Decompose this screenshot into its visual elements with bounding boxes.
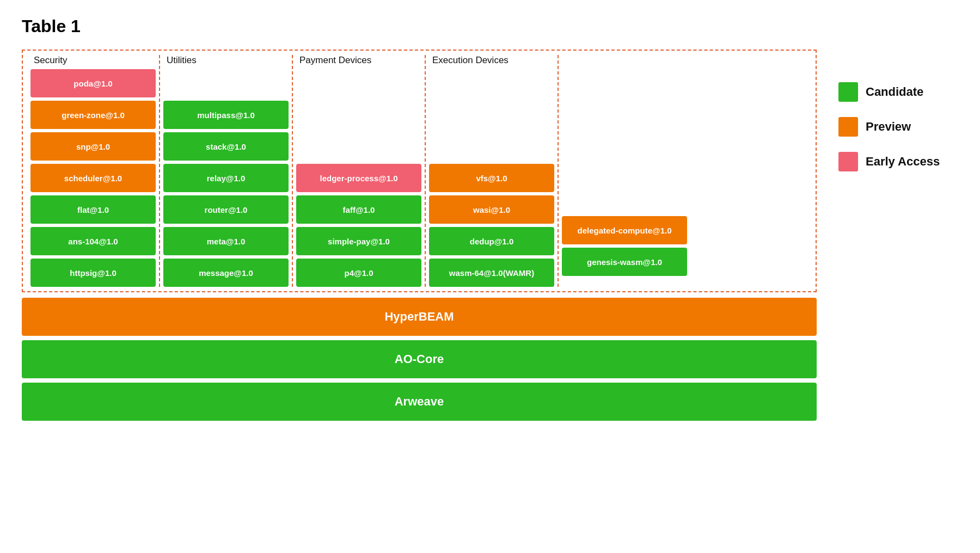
cell-genesis-wasm: genesis-wasm@1.0	[562, 248, 687, 276]
cell-simple-pay: simple-pay@1.0	[296, 227, 421, 255]
arweave-bar: Arweave	[22, 383, 817, 421]
cell-delegated-compute: delegated-compute@1.0	[562, 216, 687, 244]
cell-exec-empty1	[429, 69, 554, 97]
legend-early-access: Early Access	[838, 152, 958, 171]
cell-httpsig: httpsig@1.0	[30, 259, 156, 287]
candidate-label: Candidate	[866, 85, 923, 99]
cell-wasm64: wasm-64@1.0(WAMR)	[429, 259, 554, 287]
candidate-swatch	[838, 82, 858, 102]
cell-extra-empty3	[562, 121, 687, 150]
cell-flat: flat@1.0	[30, 195, 156, 224]
main-layout: Security poda@1.0 green-zone@1.0 snp@1.0…	[22, 50, 958, 421]
cell-stack: stack@1.0	[163, 132, 289, 161]
cell-exec-empty3	[429, 132, 554, 161]
preview-swatch	[838, 117, 858, 137]
col-header-utilities: Utilities	[163, 55, 289, 66]
col-extra: delegated-compute@1.0 genesis-wasm@1.0	[559, 55, 690, 287]
cell-dedup: dedup@1.0	[429, 227, 554, 255]
page-title: Table 1	[22, 16, 958, 36]
col-payment: Payment Devices ledger-process@1.0 faff@…	[293, 55, 426, 287]
cell-p4: p4@1.0	[296, 259, 421, 287]
cell-poda: poda@1.0	[30, 69, 156, 97]
page-wrapper: Table 1 Security poda@1.0 green-zone@1.0…	[22, 16, 958, 421]
cell-wasi: wasi@1.0	[429, 195, 554, 224]
col-header-payment: Payment Devices	[296, 55, 421, 66]
early-access-swatch	[838, 152, 858, 171]
cell-extra-empty2	[562, 90, 687, 118]
col-header-security: Security	[30, 55, 156, 66]
legend-preview: Preview	[838, 117, 958, 137]
cell-message: message@1.0	[163, 259, 289, 287]
cell-router: router@1.0	[163, 195, 289, 224]
cell-snp: snp@1.0	[30, 132, 156, 161]
cell-pay-empty3	[296, 132, 421, 161]
cell-relay: relay@1.0	[163, 164, 289, 192]
cell-ledger-process: ledger-process@1.0	[296, 164, 421, 192]
cell-scheduler: scheduler@1.0	[30, 164, 156, 192]
cell-pay-empty1	[296, 69, 421, 97]
cell-pay-empty2	[296, 101, 421, 129]
columns-grid: Security poda@1.0 green-zone@1.0 snp@1.0…	[22, 50, 817, 292]
cell-exec-empty2	[429, 101, 554, 129]
table-container: Security poda@1.0 green-zone@1.0 snp@1.0…	[22, 50, 817, 421]
cell-extra-empty5	[562, 185, 687, 213]
cell-util-empty1	[163, 69, 289, 97]
bottom-bars: HyperBEAM AO-Core Arweave	[22, 298, 817, 421]
col-execution: Execution Devices vfs@1.0 wasi@1.0 dedup…	[426, 55, 559, 287]
cell-ans104: ans-104@1.0	[30, 227, 156, 255]
early-access-label: Early Access	[866, 155, 940, 169]
cell-extra-empty1	[562, 58, 687, 87]
col-utilities: Utilities multipass@1.0 stack@1.0 relay@…	[160, 55, 293, 287]
ao-core-bar: AO-Core	[22, 340, 817, 378]
col-header-execution: Execution Devices	[429, 55, 554, 66]
cell-vfs: vfs@1.0	[429, 164, 554, 192]
cell-multipass: multipass@1.0	[163, 101, 289, 129]
legend: Candidate Preview Early Access	[838, 50, 958, 171]
cell-extra-empty4	[562, 153, 687, 181]
hyperbeam-bar: HyperBEAM	[22, 298, 817, 336]
cell-faff: faff@1.0	[296, 195, 421, 224]
col-security: Security poda@1.0 green-zone@1.0 snp@1.0…	[27, 55, 160, 287]
cell-green-zone: green-zone@1.0	[30, 101, 156, 129]
cell-meta: meta@1.0	[163, 227, 289, 255]
legend-candidate: Candidate	[838, 82, 958, 102]
preview-label: Preview	[866, 120, 911, 134]
